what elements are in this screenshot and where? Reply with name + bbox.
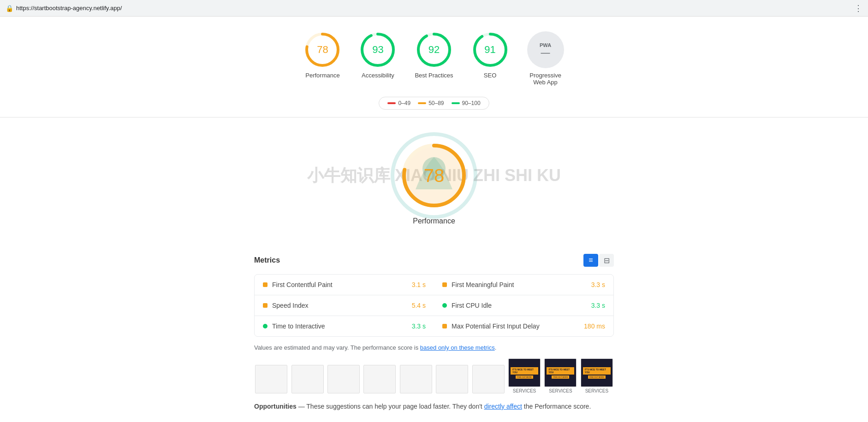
- score-value-accessibility: 93: [372, 44, 383, 56]
- metric-value-tti: 3.3 s: [412, 322, 426, 330]
- metrics-header: Metrics ≡ ⊟: [254, 254, 614, 267]
- metric-dot-fci: [442, 303, 447, 308]
- gauge-watermark-area: 78 Performance 小牛知识库 XIAO NIU ZHI SHI KU: [18, 125, 850, 226]
- filmstrip-frame-8: IT'S NICE TO MEET YOU FIND OUT MORE SERV…: [507, 358, 541, 393]
- metric-value-mpfid: 180 ms: [584, 322, 605, 330]
- metric-name-si: Speed Index: [272, 302, 407, 309]
- toggle-bar-btn[interactable]: ≡: [583, 254, 598, 267]
- metric-name-fmp: First Meaningful Paint: [452, 281, 587, 288]
- filmstrip-label-10: SERVICES: [585, 388, 608, 393]
- filmstrip-img-10: IT'S NICE TO MEET YOU FIND OUT MORE: [581, 358, 613, 387]
- score-label-pwa: ProgressiveWeb App: [529, 72, 561, 86]
- score-label-seo: SEO: [484, 72, 496, 79]
- filmstrip-img-3: [327, 365, 360, 393]
- metric-fci: First CPU Idle 3.3 s: [434, 295, 613, 316]
- legend-label-green: 90–100: [462, 100, 481, 106]
- filmstrip-frame-2: [290, 365, 324, 393]
- filmstrip-frame-4: [363, 365, 397, 393]
- legend-green: 90–100: [452, 100, 481, 106]
- score-seo: 91 SEO: [472, 31, 509, 79]
- filmstrip-frame-1: [254, 365, 288, 393]
- metric-dot-mpfid: [442, 324, 447, 328]
- score-value-best-practices: 92: [428, 44, 440, 56]
- filmstrip-img-8: IT'S NICE TO MEET YOU FIND OUT MORE: [508, 358, 541, 387]
- metric-name-mpfid: Max Potential First Input Delay: [452, 322, 579, 330]
- filmstrip: IT'S NICE TO MEET YOU FIND OUT MORE SERV…: [254, 358, 614, 393]
- score-performance: 78 Performance: [304, 31, 341, 79]
- score-value-performance: 78: [317, 44, 328, 56]
- filmstrip-label-8: SERVICES: [513, 388, 536, 393]
- browser-bar: 🔒 https://startbootstrap-agency.netlify.…: [0, 0, 868, 17]
- filmstrip-img-2: [291, 365, 324, 393]
- opportunities-title: Opportunities: [254, 403, 297, 410]
- score-label-performance: Performance: [305, 72, 339, 79]
- metric-dot-si: [263, 303, 268, 308]
- legend-dot-orange: [418, 102, 426, 104]
- legend-orange: 50–89: [418, 100, 444, 106]
- big-gauge-wrapper: 78 Performance: [397, 139, 471, 212]
- metric-dot-tti: [263, 324, 268, 328]
- metric-dot-fmp: [442, 282, 447, 287]
- score-circle-accessibility: 93: [359, 31, 396, 68]
- url-bar: 🔒 https://startbootstrap-agency.netlify.…: [6, 5, 122, 12]
- metric-name-fci: First CPU Idle: [452, 302, 587, 309]
- metric-value-fcp: 3.1 s: [412, 281, 426, 288]
- metric-mpfid: Max Potential First Input Delay 180 ms: [434, 316, 613, 336]
- filmstrip-label-9: SERVICES: [549, 388, 572, 393]
- score-pwa: PWA — ProgressiveWeb App: [527, 31, 564, 86]
- score-best-practices: 92 Best Practices: [415, 31, 453, 79]
- metric-name-fcp: First Contentful Paint: [272, 281, 407, 288]
- metric-fmp: First Meaningful Paint 3.3 s: [434, 275, 613, 295]
- score-label-best-practices: Best Practices: [415, 72, 453, 79]
- legend-label-orange: 50–89: [428, 100, 444, 106]
- score-label-accessibility: Accessibility: [362, 72, 394, 79]
- menu-dots-icon[interactable]: ⋮: [854, 3, 862, 13]
- score-value-seo: 91: [484, 44, 495, 56]
- main-content: 78 Performance 小牛知识库 XIAO NIU ZHI SHI KU…: [0, 125, 868, 422]
- filmstrip-img-6: [436, 365, 468, 393]
- metric-dot-fcp: [263, 282, 268, 287]
- opportunities-section: Opportunities — These suggestions can he…: [254, 403, 614, 410]
- metric-fcp: First Contentful Paint 3.1 s: [255, 275, 434, 295]
- metric-value-si: 5.4 s: [412, 302, 426, 309]
- filmstrip-frame-7: [471, 365, 505, 393]
- metrics-section: Metrics ≡ ⊟ First Contentful Paint 3.1 s…: [254, 254, 614, 410]
- metrics-grid: First Contentful Paint 3.1 s First Meani…: [254, 274, 614, 337]
- divider: [0, 117, 868, 117]
- pwa-dash: —: [541, 48, 550, 57]
- pwa-circle: PWA —: [527, 31, 564, 68]
- metrics-link[interactable]: based only on these metrics: [420, 344, 495, 351]
- filmstrip-frame-9: IT'S NICE TO MEET YOU FIND OUT MORE SERV…: [543, 358, 577, 393]
- legend-dot-green: [452, 102, 460, 104]
- metric-value-fci: 3.3 s: [591, 302, 605, 309]
- legend-section: 0–49 50–89 90–100: [0, 97, 868, 110]
- view-toggle[interactable]: ≡ ⊟: [583, 254, 614, 267]
- scores-section: 78 Performance 93 Accessibility 92 Best …: [0, 17, 868, 93]
- score-circle-best-practices: 92: [416, 31, 452, 68]
- metric-tti: Time to Interactive 3.3 s: [255, 316, 434, 336]
- filmstrip-frame-6: [435, 365, 469, 393]
- filmstrip-img-1: [255, 365, 287, 393]
- legend-label-red: 0–49: [398, 100, 410, 106]
- metric-name-tti: Time to Interactive: [272, 322, 407, 330]
- metric-si: Speed Index 5.4 s: [255, 295, 434, 316]
- filmstrip-frame-5: [399, 365, 433, 393]
- score-accessibility: 93 Accessibility: [359, 31, 396, 79]
- info-text: Values are estimated and may vary. The p…: [254, 344, 614, 351]
- legend-dot-red: [387, 102, 396, 104]
- filmstrip-img-4: [363, 365, 396, 393]
- big-gauge-value: 78: [424, 165, 445, 186]
- lock-icon: 🔒: [6, 5, 13, 12]
- toggle-grid-btn[interactable]: ⊟: [599, 254, 614, 267]
- metric-value-fmp: 3.3 s: [591, 281, 605, 288]
- legend-red: 0–49: [387, 100, 410, 106]
- legend-pill: 0–49 50–89 90–100: [379, 97, 489, 110]
- directly-affect-link[interactable]: directly affect: [484, 403, 522, 410]
- metrics-title: Metrics: [254, 256, 280, 264]
- filmstrip-frame-10: IT'S NICE TO MEET YOU FIND OUT MORE SERV…: [580, 358, 614, 393]
- big-gauge-label: Performance: [413, 217, 455, 225]
- url-text: https://startbootstrap-agency.netlify.ap…: [16, 5, 122, 12]
- score-circle-performance: 78: [304, 31, 341, 68]
- filmstrip-img-5: [400, 365, 432, 393]
- filmstrip-frame-3: [327, 365, 361, 393]
